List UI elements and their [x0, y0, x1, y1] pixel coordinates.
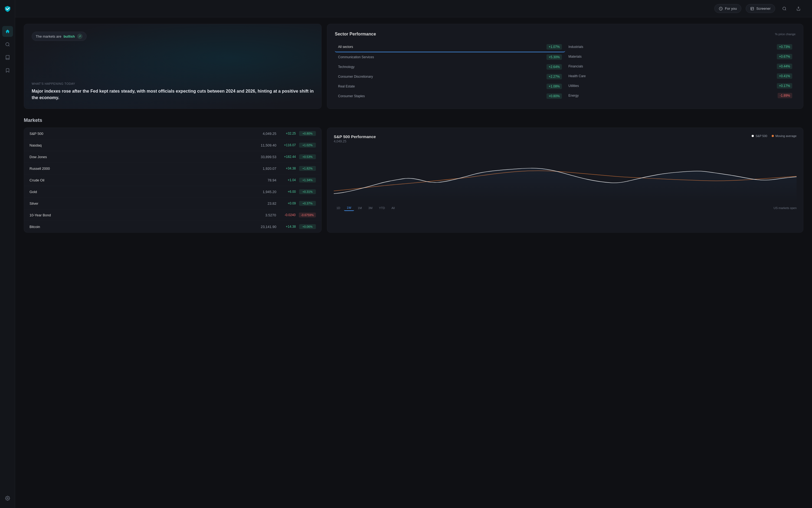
market-name: Gold [30, 190, 252, 194]
market-row[interactable]: Bitcoin 23,141.90 +14.38 +0.06% [24, 221, 321, 232]
market-row[interactable]: Crude Oil 78.94 +1.04 +1.34% [24, 174, 321, 186]
sector-name: Technology [338, 65, 355, 69]
circle-icon [719, 7, 723, 10]
sector-badge: +1.07% [546, 44, 562, 49]
market-change: +116.07 [280, 143, 296, 147]
news-label: What's happening today [32, 82, 314, 85]
market-row[interactable]: S&P 500 4,049.25 +32.25 +0.80% [24, 128, 321, 139]
for-you-label: For you [725, 6, 737, 10]
market-price: 1,920.07 [255, 167, 276, 171]
sidebar-item-home[interactable] [2, 26, 13, 37]
legend-item: S&P 500 [752, 134, 767, 137]
chart-tab[interactable]: 1M [355, 205, 365, 211]
chart-tabs-left: 1D1W1M3MYTDAll [334, 205, 397, 211]
markets-grid: S&P 500 4,049.25 +32.25 +0.80% Nasdaq 11… [24, 128, 803, 232]
search-button[interactable] [779, 4, 789, 13]
chart-info: S&P 500 Performance 4,049.25 [334, 134, 376, 143]
sector-title: Sector Performance [335, 32, 376, 37]
for-you-button[interactable]: For you [714, 4, 741, 13]
market-pct-badge: +0.53% [299, 154, 316, 159]
market-price: 23.82 [255, 202, 276, 206]
sector-name: Materials [569, 55, 582, 58]
chart-tab[interactable]: 1W [344, 205, 354, 211]
sector-row[interactable]: All sectors +1.07% [335, 42, 565, 52]
market-row[interactable]: Nasdaq 11,509.40 +116.07 +1.02% [24, 139, 321, 151]
sidebar [0, 0, 15, 508]
sector-row[interactable]: Technology +2.64% [335, 62, 565, 72]
app-logo [3, 4, 12, 13]
sidebar-item-watchlist[interactable] [2, 65, 13, 76]
market-price: 3.5270 [255, 213, 276, 217]
news-headline: Major indexes rose after the Fed kept ra… [32, 88, 314, 101]
screener-label: Screener [756, 6, 771, 10]
arrow-up-icon: ↗ [77, 34, 83, 39]
market-change: +6.00 [280, 190, 296, 194]
sidebar-item-news[interactable] [2, 52, 13, 63]
chart-tab[interactable]: YTD [376, 205, 388, 211]
market-price: 4,049.25 [255, 132, 276, 136]
market-pct-badge: +0.31% [299, 189, 316, 194]
sector-subtitle: % price change [775, 33, 796, 36]
sector-name: Consumer Staples [338, 94, 365, 98]
sector-row[interactable]: Industrials +0.73% [565, 42, 796, 52]
sidebar-item-settings[interactable] [2, 493, 13, 504]
market-row[interactable]: Gold 1,945.20 +6.00 +0.31% [24, 186, 321, 198]
news-badge-text-before: The markets are [36, 34, 61, 38]
sector-badge: +0.67% [777, 54, 792, 59]
sector-row[interactable]: Consumer Staples +0.80% [335, 91, 565, 101]
market-name: Silver [30, 202, 252, 206]
sector-badge: -1.89% [778, 93, 792, 98]
chart-tab[interactable]: All [389, 205, 397, 211]
chart-svg [334, 147, 797, 202]
sector-row[interactable]: Financials +0.44% [565, 61, 796, 71]
market-price: 78.94 [255, 178, 276, 182]
market-change: +1.04 [280, 178, 296, 182]
market-row[interactable]: 10-Year Bond 3.5270 -0.0240 -0.6759% [24, 209, 321, 221]
legend-dot [752, 135, 754, 137]
market-name: S&P 500 [30, 132, 252, 136]
screener-button[interactable]: Screener [746, 4, 775, 13]
main-content: For you Screener The marke [15, 0, 812, 508]
sector-header: Sector Performance % price change [335, 32, 796, 37]
sector-row[interactable]: Energy -1.89% [565, 91, 796, 100]
sector-row[interactable]: Real Estate +1.08% [335, 82, 565, 91]
chart-tab[interactable]: 1D [334, 205, 343, 211]
chart-card: S&P 500 Performance 4,049.25 S&P 500 Mov… [327, 128, 803, 232]
market-change: +14.38 [280, 225, 296, 228]
market-row[interactable]: Dow Jones 33,899.53 +182.44 +0.53% [24, 151, 321, 163]
search-icon [782, 6, 786, 11]
market-name: Crude Oil [30, 178, 252, 182]
legend-item: Moving average [772, 134, 797, 137]
sector-badge: +0.41% [777, 73, 792, 79]
chart-title: S&P 500 Performance [334, 134, 376, 139]
share-button[interactable] [794, 4, 803, 13]
market-row[interactable]: Russell 2000 1,920.07 +34.38 +1.82% [24, 163, 321, 174]
sector-row[interactable]: Consumer Discretionary +2.27% [335, 72, 565, 82]
content-area: The markets are bullish ↗ What's happeni… [15, 17, 812, 508]
news-card: The markets are bullish ↗ What's happeni… [24, 24, 322, 109]
sector-card: Sector Performance % price change All se… [327, 24, 803, 109]
market-row[interactable]: Silver 23.82 +0.09 +0.37% [24, 198, 321, 209]
sector-name: Communication Services [338, 55, 374, 59]
sector-badge: +1.08% [546, 84, 562, 89]
svg-point-0 [6, 43, 9, 46]
market-price: 11,509.40 [255, 143, 276, 147]
market-price: 33,899.53 [255, 155, 276, 159]
sidebar-bottom [2, 493, 13, 504]
sector-row[interactable]: Health Care +0.41% [565, 71, 796, 81]
market-name: Bitcoin [30, 225, 252, 229]
market-pct-badge: +0.06% [299, 224, 316, 229]
svg-rect-3 [751, 7, 754, 10]
market-pct-badge: +0.80% [299, 131, 316, 136]
sector-row[interactable]: Utilities +0.17% [565, 81, 796, 91]
sector-row[interactable]: Materials +0.67% [565, 52, 796, 61]
sidebar-item-search[interactable] [2, 39, 13, 50]
chart-tab[interactable]: 3M [366, 205, 375, 211]
markets-section-title: Markets [24, 118, 803, 123]
market-pct-badge: +1.02% [299, 143, 316, 147]
market-name: 10-Year Bond [30, 213, 251, 217]
market-pct-badge: +1.82% [299, 166, 316, 171]
chart-area [334, 147, 797, 202]
sector-row[interactable]: Communication Services +5.30% [335, 52, 565, 62]
market-change: +182.44 [280, 155, 296, 159]
